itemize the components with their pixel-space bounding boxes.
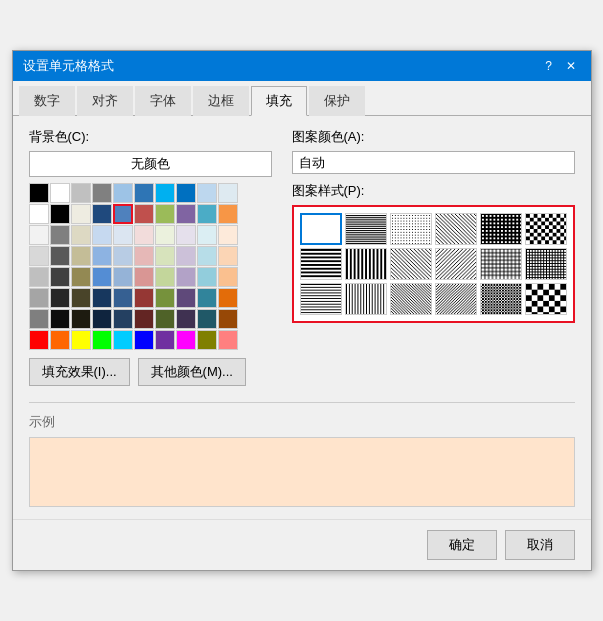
color-cell[interactable] <box>176 330 196 350</box>
color-cell[interactable] <box>50 183 70 203</box>
color-cell[interactable] <box>218 204 238 224</box>
pattern-cell[interactable] <box>300 248 342 280</box>
color-cell[interactable] <box>176 204 196 224</box>
pattern-cell[interactable] <box>435 248 477 280</box>
color-cell[interactable] <box>176 225 196 245</box>
color-cell[interactable] <box>29 183 49 203</box>
pattern-cell[interactable] <box>345 248 387 280</box>
color-cell[interactable] <box>218 246 238 266</box>
help-button[interactable]: ? <box>539 57 559 75</box>
color-cell[interactable] <box>113 204 133 224</box>
color-cell[interactable] <box>92 225 112 245</box>
pattern-cell[interactable] <box>300 283 342 315</box>
color-cell[interactable] <box>218 225 238 245</box>
color-cell[interactable] <box>134 267 154 287</box>
pattern-cell[interactable] <box>435 283 477 315</box>
color-cell[interactable] <box>29 225 49 245</box>
pattern-cell[interactable] <box>480 283 522 315</box>
color-cell[interactable] <box>92 204 112 224</box>
color-cell[interactable] <box>176 309 196 329</box>
pattern-cell[interactable] <box>345 283 387 315</box>
color-cell[interactable] <box>197 204 217 224</box>
color-cell[interactable] <box>71 288 91 308</box>
color-cell[interactable] <box>218 267 238 287</box>
tab-align[interactable]: 对齐 <box>77 86 133 116</box>
color-cell[interactable] <box>155 309 175 329</box>
color-cell[interactable] <box>50 246 70 266</box>
color-cell[interactable] <box>134 183 154 203</box>
pattern-cell[interactable] <box>300 213 342 245</box>
color-cell[interactable] <box>155 246 175 266</box>
color-cell[interactable] <box>50 204 70 224</box>
color-cell[interactable] <box>134 204 154 224</box>
pattern-cell[interactable] <box>390 283 432 315</box>
color-cell[interactable] <box>134 225 154 245</box>
color-cell[interactable] <box>218 309 238 329</box>
pattern-cell[interactable] <box>345 213 387 245</box>
color-cell[interactable] <box>50 225 70 245</box>
color-cell[interactable] <box>113 330 133 350</box>
fill-effect-button[interactable]: 填充效果(I)... <box>29 358 130 386</box>
color-cell[interactable] <box>197 267 217 287</box>
pattern-cell[interactable] <box>525 213 567 245</box>
tab-font[interactable]: 字体 <box>135 86 191 116</box>
tab-number[interactable]: 数字 <box>19 86 75 116</box>
pattern-cell[interactable] <box>390 248 432 280</box>
color-cell[interactable] <box>71 225 91 245</box>
color-cell[interactable] <box>29 246 49 266</box>
color-cell[interactable] <box>71 309 91 329</box>
color-cell[interactable] <box>29 204 49 224</box>
color-cell[interactable] <box>176 183 196 203</box>
color-cell[interactable] <box>71 330 91 350</box>
color-cell[interactable] <box>92 183 112 203</box>
color-cell[interactable] <box>218 183 238 203</box>
color-cell[interactable] <box>176 246 196 266</box>
pattern-cell[interactable] <box>435 213 477 245</box>
tab-fill[interactable]: 填充 <box>251 86 307 116</box>
color-cell[interactable] <box>113 288 133 308</box>
color-cell[interactable] <box>113 246 133 266</box>
color-cell[interactable] <box>29 330 49 350</box>
color-cell[interactable] <box>71 267 91 287</box>
color-cell[interactable] <box>197 225 217 245</box>
color-cell[interactable] <box>134 309 154 329</box>
color-cell[interactable] <box>155 267 175 287</box>
color-cell[interactable] <box>155 330 175 350</box>
color-cell[interactable] <box>176 288 196 308</box>
color-cell[interactable] <box>71 204 91 224</box>
pattern-cell[interactable] <box>525 248 567 280</box>
color-cell[interactable] <box>92 246 112 266</box>
color-cell[interactable] <box>197 183 217 203</box>
color-cell[interactable] <box>134 330 154 350</box>
color-cell[interactable] <box>134 246 154 266</box>
tab-border[interactable]: 边框 <box>193 86 249 116</box>
color-cell[interactable] <box>197 330 217 350</box>
color-cell[interactable] <box>92 267 112 287</box>
color-cell[interactable] <box>176 267 196 287</box>
color-cell[interactable] <box>134 288 154 308</box>
other-color-button[interactable]: 其他颜色(M)... <box>138 358 246 386</box>
pattern-cell[interactable] <box>480 213 522 245</box>
color-cell[interactable] <box>113 183 133 203</box>
color-cell[interactable] <box>71 246 91 266</box>
color-cell[interactable] <box>92 330 112 350</box>
pattern-color-select[interactable]: 自动 <box>292 151 575 174</box>
no-color-button[interactable]: 无颜色 <box>29 151 272 177</box>
color-cell[interactable] <box>197 246 217 266</box>
color-cell[interactable] <box>71 183 91 203</box>
color-cell[interactable] <box>29 267 49 287</box>
color-cell[interactable] <box>50 309 70 329</box>
color-cell[interactable] <box>50 267 70 287</box>
color-cell[interactable] <box>29 309 49 329</box>
pattern-cell[interactable] <box>390 213 432 245</box>
cancel-button[interactable]: 取消 <box>505 530 575 560</box>
color-cell[interactable] <box>113 267 133 287</box>
color-cell[interactable] <box>92 309 112 329</box>
color-cell[interactable] <box>92 288 112 308</box>
close-button[interactable]: ✕ <box>561 57 581 75</box>
pattern-cell[interactable] <box>480 248 522 280</box>
color-cell[interactable] <box>29 288 49 308</box>
ok-button[interactable]: 确定 <box>427 530 497 560</box>
color-cell[interactable] <box>197 309 217 329</box>
color-cell[interactable] <box>218 288 238 308</box>
